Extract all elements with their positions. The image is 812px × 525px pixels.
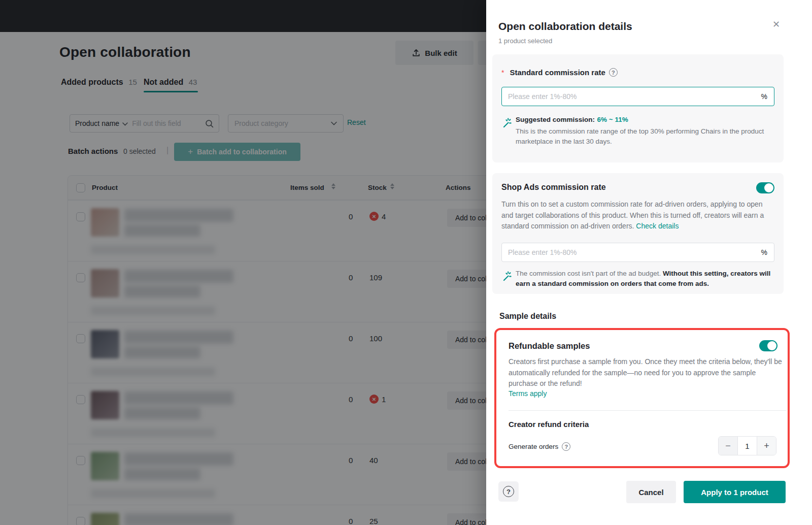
close-icon[interactable]: ✕ bbox=[772, 20, 780, 29]
terms-apply-link[interactable]: Terms apply bbox=[509, 389, 547, 398]
open-collaboration-details-panel: ✕ Open collaboration details 1 product s… bbox=[486, 0, 812, 525]
generate-orders-label: Generate orders bbox=[509, 443, 558, 450]
panel-title: Open collaboration details bbox=[498, 20, 632, 32]
apply-button[interactable]: Apply to 1 product bbox=[684, 481, 786, 503]
modal-overlay[interactable] bbox=[0, 0, 486, 525]
screen: Open collaboration Bulk edit Added produ… bbox=[0, 0, 812, 525]
standard-commission-label: Standard commission rate bbox=[510, 68, 605, 77]
apply-label: Apply to 1 product bbox=[701, 488, 768, 497]
shop-ads-toggle[interactable] bbox=[756, 182, 774, 193]
magic-wand-icon bbox=[501, 117, 513, 130]
magic-wand-icon bbox=[501, 271, 513, 284]
refundable-samples-highlight: Refundable samples Creators first purcha… bbox=[494, 328, 790, 468]
panel-subtitle: 1 product selected bbox=[498, 37, 552, 45]
required-asterisk: * bbox=[501, 69, 504, 77]
cancel-button[interactable]: Cancel bbox=[626, 481, 676, 503]
shop-ads-note: The commission cost isn't part of the ad… bbox=[516, 269, 775, 289]
question-icon: ? bbox=[503, 486, 514, 497]
refundable-samples-title: Refundable samples bbox=[509, 341, 590, 351]
generate-orders-stepper: − 1 + bbox=[718, 436, 776, 455]
section-divider bbox=[509, 410, 787, 411]
help-icon[interactable]: ? bbox=[562, 442, 570, 451]
percent-suffix: % bbox=[761, 92, 767, 101]
stepper-value[interactable]: 1 bbox=[738, 437, 757, 455]
shop-ads-commission-input[interactable] bbox=[501, 243, 774, 262]
check-details-link[interactable]: Check details bbox=[636, 222, 679, 230]
standard-commission-card: * Standard commission rate ? % Suggested… bbox=[492, 54, 784, 162]
stepper-increase-button[interactable]: + bbox=[757, 437, 776, 455]
creator-refund-criteria-title: Creator refund criteria bbox=[509, 420, 589, 429]
standard-commission-input[interactable] bbox=[501, 87, 774, 106]
percent-suffix: % bbox=[761, 248, 767, 256]
stepper-decrease-button[interactable]: − bbox=[719, 437, 738, 455]
suggested-commission-range: 6% ~ 11% bbox=[597, 116, 628, 123]
refundable-samples-toggle[interactable] bbox=[759, 340, 777, 351]
suggested-commission-desc: This is the commission rate range of the… bbox=[516, 126, 772, 146]
background-page: Open collaboration Bulk edit Added produ… bbox=[0, 0, 486, 525]
refundable-samples-desc: Creators first purchase a sample from yo… bbox=[509, 356, 787, 389]
suggested-commission-label: Suggested commission: bbox=[516, 116, 595, 123]
shop-ads-desc: Turn this on to set a custom commission … bbox=[501, 199, 765, 232]
sample-details-title: Sample details bbox=[499, 312, 556, 321]
shop-ads-card: Shop Ads commission rate Turn this on to… bbox=[492, 173, 784, 294]
cancel-label: Cancel bbox=[638, 488, 663, 497]
shop-ads-title: Shop Ads commission rate bbox=[501, 183, 606, 192]
footer-help-button[interactable]: ? bbox=[498, 481, 519, 502]
help-icon[interactable]: ? bbox=[609, 68, 618, 77]
